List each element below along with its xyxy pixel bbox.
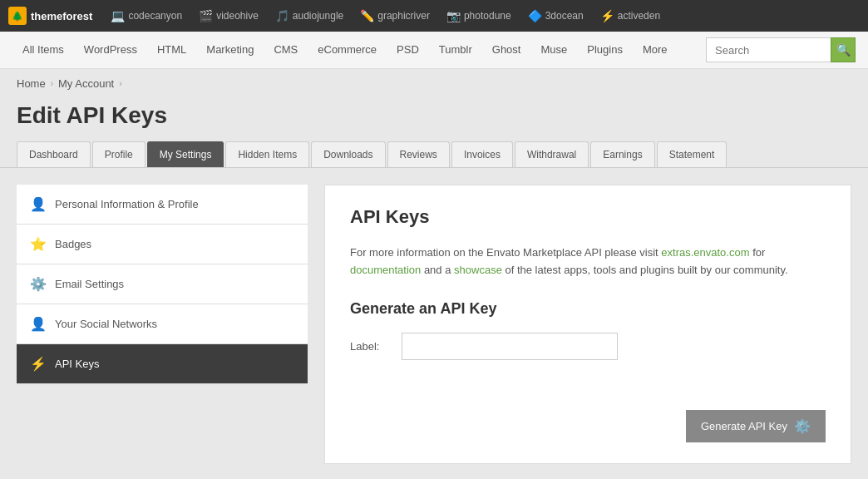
- search-input[interactable]: [706, 37, 831, 62]
- main-content: API Keys For more information on the Env…: [324, 185, 851, 464]
- sidebar-item-social-networks[interactable]: 👤 Your Social Networks: [17, 304, 308, 344]
- nav-ghost[interactable]: Ghost: [482, 32, 531, 69]
- nav-all-items[interactable]: All Items: [12, 32, 74, 69]
- tab-reviews[interactable]: Reviews: [387, 141, 450, 167]
- site-activeden-label: activeden: [618, 10, 660, 22]
- videohive-icon: 🎬: [199, 9, 213, 22]
- site-photodune[interactable]: 📷 photodune: [440, 0, 518, 32]
- sidebar-item-badges[interactable]: ⭐ Badges: [17, 225, 308, 264]
- site-graphicriver[interactable]: ✏️ graphicriver: [353, 0, 436, 32]
- api-desc-part3: and a: [421, 264, 454, 276]
- sidebar-badges-label: Badges: [55, 238, 91, 250]
- sidebar-item-email-settings[interactable]: ⚙️ Email Settings: [17, 264, 308, 304]
- search-button[interactable]: 🔍: [831, 37, 856, 62]
- generate-gear-icon: ⚙️: [794, 418, 811, 434]
- sidebar-email-settings-label: Email Settings: [55, 278, 124, 290]
- nav-psd[interactable]: PSD: [387, 32, 429, 69]
- sidebar-item-api-keys[interactable]: ⚡ API Keys: [17, 344, 308, 384]
- label-form-row: Label:: [350, 333, 826, 360]
- main-nav: All Items WordPress HTML Marketing CMS e…: [0, 32, 868, 69]
- documentation-link[interactable]: documentation: [350, 264, 421, 276]
- sidebar-item-personal-info[interactable]: 👤 Personal Information & Profile: [17, 185, 308, 225]
- site-3docean-label: 3docean: [545, 10, 584, 22]
- logo[interactable]: 🌲 themeforest: [8, 7, 92, 25]
- person-icon: 👤: [30, 196, 45, 212]
- breadcrumb-sep-1: ›: [51, 79, 53, 88]
- api-desc-part1: For more information on the Envato Marke…: [350, 246, 661, 259]
- nav-wordpress[interactable]: WordPress: [74, 32, 147, 69]
- star-icon: ⭐: [30, 236, 45, 252]
- nav-ecommerce[interactable]: eCommerce: [308, 32, 387, 69]
- generate-title: Generate an API Key: [350, 300, 826, 318]
- site-photodune-label: photodune: [464, 10, 511, 22]
- generate-btn-label: Generate API Key: [701, 420, 787, 432]
- tab-withdrawal[interactable]: Withdrawal: [515, 141, 589, 167]
- logo-icon: 🌲: [8, 7, 27, 25]
- tab-hidden-items[interactable]: Hidden Items: [225, 141, 309, 167]
- site-audiojungle[interactable]: 🎵 audiojungle: [269, 0, 350, 32]
- breadcrumb: Home › My Account ›: [0, 69, 868, 98]
- nav-cms[interactable]: CMS: [264, 32, 308, 69]
- label-input[interactable]: [402, 333, 618, 360]
- extras-envato-link[interactable]: extras.envato.com: [661, 246, 749, 259]
- site-codecanyon-label: codecanyon: [128, 10, 182, 22]
- api-description: For more information on the Envato Marke…: [350, 244, 826, 279]
- tab-invoices[interactable]: Invoices: [451, 141, 513, 167]
- api-section-title: API Keys: [350, 206, 826, 228]
- nav-marketing[interactable]: Marketing: [196, 32, 264, 69]
- nav-more[interactable]: More: [633, 32, 678, 69]
- codecanyon-icon: 💻: [111, 9, 125, 22]
- api-desc-part4: of the latest apps, tools and plugins bu…: [502, 264, 788, 276]
- tab-my-settings[interactable]: My Settings: [147, 141, 224, 167]
- activeden-icon: ⚡: [600, 9, 614, 22]
- showcase-link[interactable]: showcase: [454, 264, 502, 276]
- sidebar: 👤 Personal Information & Profile ⭐ Badge…: [17, 185, 308, 464]
- tab-profile[interactable]: Profile: [92, 141, 145, 167]
- 3docean-icon: 🔷: [528, 9, 542, 22]
- social-icon: 👤: [30, 316, 45, 332]
- tab-downloads[interactable]: Downloads: [311, 141, 385, 167]
- page-title: Edit API Keys: [0, 98, 868, 141]
- gear-icon: ⚙️: [30, 276, 45, 292]
- api-desc-part2: for: [750, 246, 766, 259]
- breadcrumb-sep-2: ›: [119, 79, 121, 88]
- nav-tumblr[interactable]: Tumblr: [429, 32, 482, 69]
- nav-plugins[interactable]: Plugins: [577, 32, 633, 69]
- tab-dashboard[interactable]: Dashboard: [17, 141, 91, 167]
- site-3docean[interactable]: 🔷 3docean: [521, 0, 590, 32]
- site-audiojungle-label: audiojungle: [293, 10, 343, 22]
- tab-statement[interactable]: Statement: [657, 141, 727, 167]
- search-area: 🔍: [706, 37, 856, 62]
- api-icon: ⚡: [30, 356, 45, 372]
- breadcrumb-home[interactable]: Home: [17, 77, 46, 90]
- site-graphicriver-label: graphicriver: [377, 10, 430, 22]
- site-codecanyon[interactable]: 💻 codecanyon: [104, 0, 189, 32]
- audiojungle-icon: 🎵: [275, 9, 289, 22]
- sidebar-api-keys-label: API Keys: [55, 358, 99, 370]
- content-area: 👤 Personal Information & Profile ⭐ Badge…: [0, 168, 868, 479]
- label-field-label: Label:: [350, 340, 392, 353]
- sidebar-social-networks-label: Your Social Networks: [55, 318, 157, 330]
- tab-earnings[interactable]: Earnings: [590, 141, 654, 167]
- generate-api-key-button[interactable]: Generate API Key ⚙️: [686, 410, 826, 442]
- logo-label: themeforest: [31, 10, 92, 22]
- tabs-bar: Dashboard Profile My Settings Hidden Ite…: [0, 141, 868, 168]
- graphicriver-icon: ✏️: [360, 9, 374, 22]
- site-activeden[interactable]: ⚡ activeden: [594, 0, 667, 32]
- breadcrumb-account[interactable]: My Account: [58, 77, 114, 90]
- site-videohive-label: videohive: [216, 10, 259, 22]
- site-videohive[interactable]: 🎬 videohive: [192, 0, 265, 32]
- top-bar: 🌲 themeforest 💻 codecanyon 🎬 videohive 🎵…: [0, 0, 868, 32]
- nav-muse[interactable]: Muse: [530, 32, 577, 69]
- photodune-icon: 📷: [446, 9, 461, 22]
- nav-html[interactable]: HTML: [147, 32, 196, 69]
- sidebar-personal-info-label: Personal Information & Profile: [55, 198, 199, 210]
